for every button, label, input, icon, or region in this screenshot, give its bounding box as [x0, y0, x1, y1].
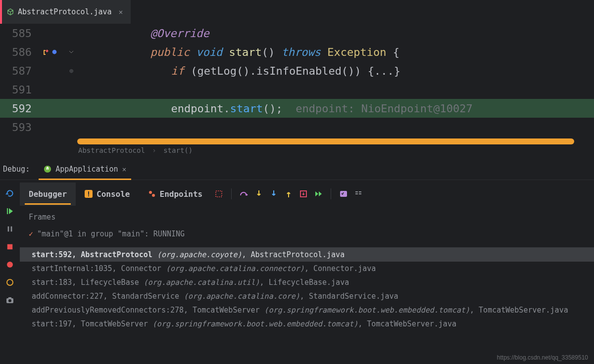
- svg-rect-4: [7, 244, 13, 250]
- tab-endpoints[interactable]: Endpoints: [139, 182, 212, 206]
- step-into-icon[interactable]: [251, 186, 266, 201]
- debug-leftbar: [0, 180, 20, 364]
- separator: [231, 188, 232, 199]
- breadcrumb-class[interactable]: AbstractProtocol: [78, 146, 145, 154]
- stack-frame[interactable]: startInternal:1035, Connector (org.apach…: [20, 262, 594, 275]
- resume-icon[interactable]: [5, 207, 14, 216]
- code-line: 587 ⊕ if (getLog().isInfoEnabled()) {...…: [0, 61, 594, 80]
- code: endpoint.start(); endpoint: NioEndpoint@…: [78, 90, 594, 127]
- svg-point-8: [8, 299, 11, 302]
- svg-rect-19: [355, 193, 358, 194]
- svg-rect-20: [359, 191, 361, 192]
- debug-panel: Debug: AppApplication ✕: [0, 158, 594, 364]
- debug-label: Debug:: [3, 165, 30, 174]
- watermark: https://blog.csdn.net/qq_33589510: [497, 354, 588, 361]
- warn-icon: [85, 190, 93, 198]
- svg-rect-21: [359, 193, 361, 194]
- drop-frame-icon[interactable]: [296, 186, 311, 201]
- separator: [331, 188, 331, 199]
- mute-breakpoints-icon[interactable]: [5, 278, 14, 287]
- debug-header: Debug: AppApplication ✕: [0, 158, 594, 180]
- svg-point-13: [149, 191, 152, 194]
- camera-icon[interactable]: [5, 296, 14, 305]
- endpoints-icon: [148, 190, 156, 198]
- line-number: 593: [0, 121, 36, 134]
- horizontal-scrollbar[interactable]: [77, 138, 574, 144]
- code-editor[interactable]: 585 @Override 586 public void start() th…: [0, 24, 594, 157]
- thread-selector[interactable]: ✓ "main"@1 in group "main": RUNNING: [20, 227, 594, 243]
- force-step-into-icon[interactable]: [266, 186, 281, 201]
- svg-rect-2: [8, 227, 9, 232]
- svg-rect-11: [88, 191, 89, 195]
- fold-expand-icon[interactable]: ⊕: [64, 67, 78, 75]
- code-line-current: 592 endpoint.start(); endpoint: NioEndpo…: [0, 99, 594, 118]
- svg-point-5: [7, 262, 13, 268]
- spring-boot-icon: [44, 165, 51, 173]
- svg-point-14: [152, 194, 155, 197]
- step-over-icon[interactable]: [237, 186, 251, 201]
- svg-rect-18: [355, 191, 358, 192]
- pause-icon[interactable]: [5, 225, 14, 233]
- stack-frame[interactable]: addPreviouslyRemovedConnectors:278, Tomc…: [20, 303, 594, 317]
- svg-rect-17: [340, 191, 347, 197]
- svg-rect-9: [8, 297, 11, 299]
- line-number: 585: [0, 27, 36, 40]
- rerun-icon[interactable]: [5, 189, 14, 198]
- svg-rect-15: [216, 191, 222, 197]
- stop-icon[interactable]: [5, 242, 14, 251]
- stack-frame[interactable]: addConnector:227, StandardService (org.a…: [20, 289, 594, 303]
- chevron-right-icon: ›: [152, 146, 156, 154]
- check-icon: ✓: [29, 229, 33, 238]
- show-execution-point-icon[interactable]: [211, 186, 226, 201]
- debug-main: Debugger Console Endpoints: [20, 180, 594, 364]
- debug-config-tab[interactable]: AppApplication ✕: [39, 158, 131, 180]
- tab-console[interactable]: Console: [76, 182, 139, 206]
- inline-hint: endpoint: NioEndpoint@10027: [296, 102, 473, 115]
- svg-rect-12: [88, 195, 89, 196]
- line-number: 586: [0, 46, 36, 58]
- line-number: 587: [0, 65, 36, 77]
- class-icon: [7, 8, 14, 15]
- svg-point-0: [52, 50, 57, 54]
- fold-toggle[interactable]: [64, 48, 78, 56]
- trace-current-stream-icon[interactable]: [351, 186, 366, 201]
- breadcrumb-method[interactable]: start(): [163, 146, 193, 154]
- stack-frame[interactable]: start:183, LifecycleBase (org.apache.cat…: [20, 275, 594, 289]
- svg-rect-1: [7, 208, 8, 214]
- stack-frame[interactable]: start:197, TomcatWebServer (org.springfr…: [20, 317, 594, 331]
- svg-rect-3: [11, 227, 12, 232]
- breadcrumb[interactable]: AbstractProtocol › start(): [0, 144, 594, 157]
- evaluate-expression-icon[interactable]: [336, 186, 351, 201]
- line-number: 592: [0, 102, 36, 115]
- view-breakpoints-icon[interactable]: [5, 260, 14, 269]
- debug-tabs: Debugger Console Endpoints: [20, 180, 594, 208]
- tab-debugger[interactable]: Debugger: [20, 182, 76, 206]
- stack-frame[interactable]: start:592, AbstractProtocol (org.apache.…: [20, 248, 594, 262]
- debug-body: Debugger Console Endpoints: [0, 180, 594, 364]
- code: if (getLog().isInfoEnabled()) {...}: [78, 52, 594, 90]
- line-number: 591: [0, 84, 36, 96]
- step-out-icon[interactable]: [281, 186, 296, 201]
- debug-config-name: AppApplication: [55, 165, 118, 174]
- run-to-cursor-icon[interactable]: [311, 186, 326, 201]
- frames-label: Frames: [20, 208, 594, 227]
- frames-list: start:592, AbstractProtocol (org.apache.…: [20, 247, 594, 331]
- override-gutter-icon[interactable]: [36, 48, 64, 56]
- close-icon[interactable]: ✕: [122, 165, 126, 173]
- svg-point-6: [7, 279, 13, 285]
- tab-modified-mark: [0, 0, 2, 24]
